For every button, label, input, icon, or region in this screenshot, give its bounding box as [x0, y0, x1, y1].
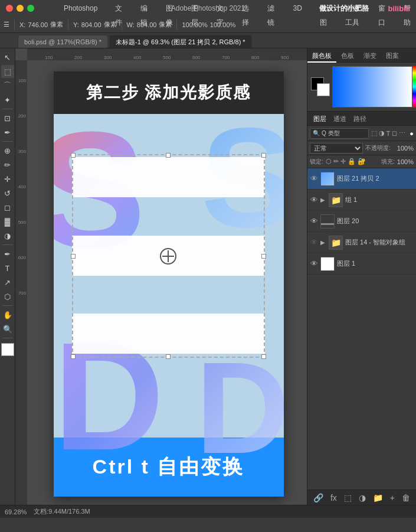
tab-untitled[interactable]: 未标题-1 @ 69.3% (图层 21 拷贝 2, RGB/8) *	[109, 35, 252, 48]
menu-select[interactable]: 选择	[237, 1, 254, 15]
layers-panel-tabs: 图层 通道 路径	[307, 112, 416, 126]
filter-type-label: Q 类型	[322, 129, 340, 138]
eraser-tool[interactable]: ◻	[1, 201, 14, 214]
select-tool[interactable]: ⬚	[1, 65, 14, 78]
type-tool[interactable]: T	[1, 262, 14, 275]
lock-position-btn[interactable]: 🔒	[348, 158, 356, 165]
dodge-tool[interactable]: ◑	[1, 229, 14, 242]
filter-adjust-icon[interactable]: ◑	[379, 129, 385, 137]
layers-search-box[interactable]: 🔍 Q 类型	[310, 128, 369, 139]
lock-all-btn[interactable]: 🔐	[358, 158, 366, 165]
tab-color[interactable]: 颜色板	[307, 48, 336, 63]
white-strip-2	[72, 236, 266, 276]
lock-artboard-btn[interactable]: ✛	[340, 158, 346, 165]
filter-toggle[interactable]: ●	[410, 130, 414, 137]
status-zoom: 69.28%	[5, 508, 27, 515]
menu-layer[interactable]: 图层	[186, 1, 204, 15]
visibility-icon-1[interactable]: 👁	[310, 195, 318, 204]
brush-tool[interactable]: ✏	[1, 158, 14, 171]
eyedropper-tool[interactable]: ✒	[1, 126, 14, 139]
move-tool[interactable]: ↖	[1, 51, 14, 64]
white-strip-1	[72, 157, 266, 197]
tab-swatches[interactable]: 色板	[336, 48, 359, 63]
layer-thumb-2	[320, 214, 335, 229]
healing-brush-tool[interactable]: ⊕	[1, 144, 14, 157]
opts-w-label: W:	[127, 21, 135, 28]
tab-layers[interactable]: 图层	[310, 112, 330, 126]
expand-icon-1[interactable]: ▶	[320, 197, 325, 203]
opts-y-value[interactable]: 804.00	[81, 21, 101, 28]
filter-smart-icon[interactable]: ⋯	[399, 129, 405, 137]
tab-paths[interactable]: 路径	[350, 112, 370, 126]
opts-pixel-x: 像素	[50, 20, 63, 29]
expand-icon-3[interactable]: ▶	[320, 239, 325, 246]
menu-image[interactable]: 图像	[161, 1, 178, 15]
toolbar-icon-area: ☰	[4, 21, 9, 28]
filter-pixel-icon[interactable]: ⬚	[371, 129, 377, 137]
fill-label: 填充:	[381, 158, 395, 166]
fill-value[interactable]: 100%	[397, 158, 414, 165]
lock-transparent-btn[interactable]: ⬡	[326, 158, 332, 165]
visibility-icon-4[interactable]: 👁	[310, 259, 318, 268]
background-color[interactable]	[1, 343, 14, 356]
tab-gradients[interactable]: 渐变	[359, 48, 381, 63]
shape-tool[interactable]: ⬡	[1, 290, 14, 303]
close-button[interactable]	[6, 5, 13, 12]
opts-x-value[interactable]: 746.00	[28, 21, 48, 28]
hand-tool[interactable]: ✋	[1, 308, 14, 321]
menu-type[interactable]: 文字	[212, 1, 229, 15]
tab-channels[interactable]: 通道	[330, 112, 350, 126]
fg-bg-swatches[interactable]	[311, 77, 330, 96]
menu-3d[interactable]: 3D	[289, 1, 307, 15]
layer-item-1[interactable]: 👁 ▶ 📁 组 1	[307, 190, 416, 211]
add-mask-btn[interactable]: ⬚	[342, 493, 354, 502]
visibility-icon-0[interactable]: 👁	[310, 174, 318, 183]
new-adjustment-btn[interactable]: ◑	[356, 493, 368, 502]
menu-photoshop[interactable]: Photoshop	[59, 1, 102, 15]
blend-mode-select[interactable]: 正常	[310, 143, 363, 154]
fg-bg-color[interactable]	[1, 343, 14, 356]
stamp-tool[interactable]: ✛	[1, 172, 14, 185]
link-layers-btn[interactable]: 🔗	[311, 493, 326, 502]
layer-item-0[interactable]: 👁 图层 21 拷贝 2	[307, 168, 416, 190]
visibility-icon-2[interactable]: 👁	[310, 217, 318, 226]
layer-name-2: 图层 20	[337, 217, 414, 226]
layer-name-4: 图层 1	[337, 259, 414, 268]
layers-filter-row: 🔍 Q 类型 ⬚ ◑ T ◻ ⋯ ●	[307, 126, 416, 141]
gradient-picker[interactable]	[332, 66, 412, 107]
path-select-tool[interactable]: ↗	[1, 276, 14, 289]
tab-boli[interactable]: boli.psd @ 117%(RGB/8) *	[18, 35, 108, 48]
history-brush-tool[interactable]: ↺	[1, 187, 14, 200]
delete-layer-btn[interactable]: 🗑	[399, 493, 412, 502]
filter-shape-icon[interactable]: ◻	[392, 129, 397, 137]
menu-file[interactable]: 文件	[110, 1, 127, 15]
crop-tool[interactable]: ⊡	[1, 112, 14, 125]
layer-item-3[interactable]: 👁 ▶ 📁 图层 14 - 智能对象组	[307, 232, 416, 253]
tab-patterns[interactable]: 图案	[381, 48, 404, 63]
new-layer-btn[interactable]: +	[388, 493, 397, 502]
layer-item-2[interactable]: 👁 图层 20	[307, 211, 416, 232]
menu-filter[interactable]: 滤镜	[263, 1, 280, 15]
magic-wand-tool[interactable]: ✦	[1, 93, 14, 106]
color-spectrum[interactable]	[412, 66, 416, 107]
minimize-button[interactable]	[17, 5, 24, 12]
lock-paint-btn[interactable]: ✏	[333, 158, 339, 165]
lasso-tool[interactable]: ⌒	[1, 79, 14, 92]
layer-item-4[interactable]: 👁 图层 1	[307, 253, 416, 275]
gradient-tool[interactable]: ▓	[1, 215, 14, 228]
add-style-btn[interactable]: fx	[328, 493, 339, 502]
bg-swatch[interactable]	[317, 83, 330, 96]
menu-edit[interactable]: 编辑	[136, 1, 153, 15]
zoom-tool[interactable]: 🔍	[1, 322, 14, 335]
visibility-icon-3[interactable]: 👁	[310, 238, 318, 247]
opacity-value[interactable]: 100%	[393, 145, 414, 152]
canvas-document: 第二步 添加光影质感 S S D D	[54, 71, 284, 497]
layer-thumb-0	[320, 172, 335, 186]
color-panel-tabs: 颜色板 色板 渐变 图案	[307, 48, 416, 63]
pen-tool[interactable]: ✒	[1, 247, 14, 260]
layers-bottom-bar: 🔗 fx ⬚ ◑ 📁 + 🗑	[307, 489, 416, 505]
filter-type-icon[interactable]: T	[386, 130, 391, 137]
new-group-btn[interactable]: 📁	[371, 493, 385, 502]
document-canvas: 第二步 添加光影质感 S S D D	[30, 63, 307, 505]
maximize-button[interactable]	[27, 5, 34, 12]
